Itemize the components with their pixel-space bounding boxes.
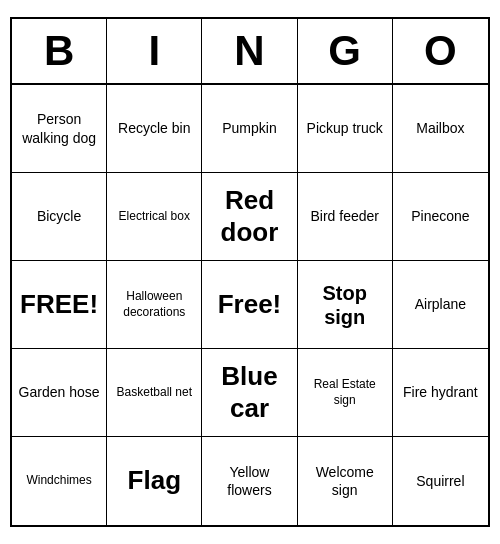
- cell-text-1: Recycle bin: [118, 119, 190, 137]
- bingo-cell-5: Bicycle: [12, 173, 107, 261]
- bingo-cell-7: Red door: [202, 173, 297, 261]
- bingo-card: BINGO Person walking dogRecycle binPumpk…: [10, 17, 490, 527]
- bingo-letter-g: G: [298, 19, 393, 83]
- cell-text-7: Red door: [206, 185, 292, 247]
- bingo-cell-23: Welcome sign: [298, 437, 393, 525]
- cell-text-16: Basketball net: [117, 385, 192, 401]
- bingo-header: BINGO: [12, 19, 488, 85]
- bingo-cell-3: Pickup truck: [298, 85, 393, 173]
- bingo-cell-6: Electrical box: [107, 173, 202, 261]
- cell-text-15: Garden hose: [19, 383, 100, 401]
- bingo-cell-22: Yellow flowers: [202, 437, 297, 525]
- bingo-letter-i: I: [107, 19, 202, 83]
- cell-text-6: Electrical box: [119, 209, 190, 225]
- cell-text-21: Flag: [128, 465, 181, 496]
- cell-text-24: Squirrel: [416, 472, 464, 490]
- bingo-cell-17: Blue car: [202, 349, 297, 437]
- bingo-cell-10: FREE!: [12, 261, 107, 349]
- cell-text-19: Fire hydrant: [403, 383, 478, 401]
- cell-text-2: Pumpkin: [222, 119, 276, 137]
- cell-text-4: Mailbox: [416, 119, 464, 137]
- cell-text-10: FREE!: [20, 289, 98, 320]
- bingo-grid: Person walking dogRecycle binPumpkinPick…: [12, 85, 488, 525]
- bingo-cell-1: Recycle bin: [107, 85, 202, 173]
- bingo-cell-24: Squirrel: [393, 437, 488, 525]
- cell-text-5: Bicycle: [37, 207, 81, 225]
- bingo-cell-4: Mailbox: [393, 85, 488, 173]
- cell-text-18: Real Estate sign: [302, 377, 388, 408]
- bingo-cell-16: Basketball net: [107, 349, 202, 437]
- bingo-cell-12: Free!: [202, 261, 297, 349]
- bingo-cell-8: Bird feeder: [298, 173, 393, 261]
- cell-text-20: Windchimes: [26, 473, 91, 489]
- bingo-cell-13: Stop sign: [298, 261, 393, 349]
- bingo-cell-15: Garden hose: [12, 349, 107, 437]
- cell-text-17: Blue car: [206, 361, 292, 423]
- bingo-letter-n: N: [202, 19, 297, 83]
- cell-text-14: Airplane: [415, 295, 466, 313]
- bingo-cell-18: Real Estate sign: [298, 349, 393, 437]
- bingo-cell-11: Halloween decorations: [107, 261, 202, 349]
- cell-text-13: Stop sign: [302, 281, 388, 329]
- cell-text-23: Welcome sign: [302, 463, 388, 499]
- bingo-cell-20: Windchimes: [12, 437, 107, 525]
- cell-text-11: Halloween decorations: [111, 289, 197, 320]
- cell-text-0: Person walking dog: [16, 110, 102, 146]
- cell-text-22: Yellow flowers: [206, 463, 292, 499]
- cell-text-9: Pinecone: [411, 207, 469, 225]
- cell-text-12: Free!: [218, 289, 282, 320]
- bingo-cell-0: Person walking dog: [12, 85, 107, 173]
- bingo-letter-o: O: [393, 19, 488, 83]
- bingo-letter-b: B: [12, 19, 107, 83]
- cell-text-3: Pickup truck: [307, 119, 383, 137]
- cell-text-8: Bird feeder: [310, 207, 378, 225]
- bingo-cell-21: Flag: [107, 437, 202, 525]
- bingo-cell-19: Fire hydrant: [393, 349, 488, 437]
- bingo-cell-9: Pinecone: [393, 173, 488, 261]
- bingo-cell-2: Pumpkin: [202, 85, 297, 173]
- bingo-cell-14: Airplane: [393, 261, 488, 349]
